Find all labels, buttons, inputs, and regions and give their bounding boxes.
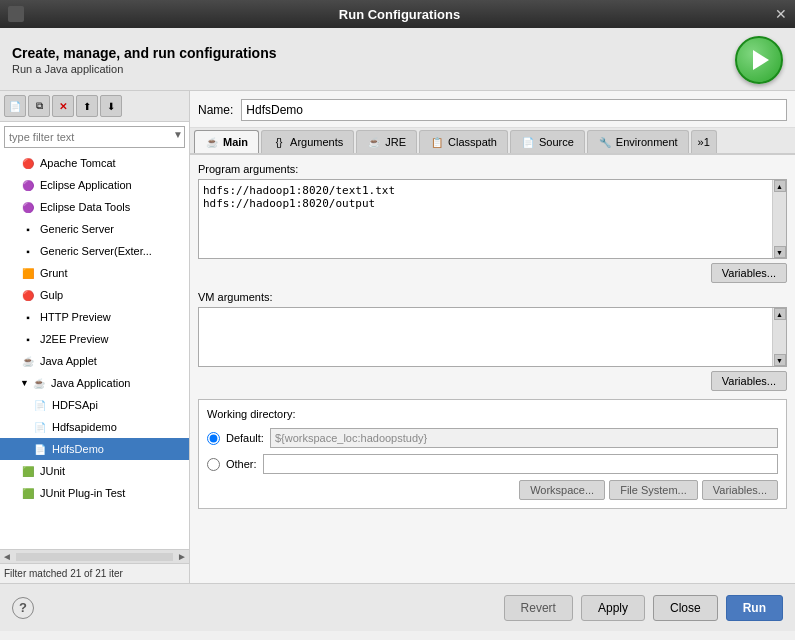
- sidebar-item-java-application[interactable]: ▼ ☕ Java Application: [0, 372, 189, 394]
- main-tab-icon: ☕: [205, 135, 219, 149]
- eclipse-data-icon: 🟣: [20, 199, 36, 215]
- sidebar-item-junit-plugin[interactable]: 🟩 JUnit Plug-in Test: [0, 482, 189, 504]
- jre-tab-icon: ☕: [367, 135, 381, 149]
- other-radio-label: Other:: [226, 458, 257, 470]
- tab-args-label: Arguments: [290, 136, 343, 148]
- sidebar-item-http-preview[interactable]: ▪ HTTP Preview: [0, 306, 189, 328]
- other-value-input[interactable]: [263, 454, 778, 474]
- sidebar-item-grunt[interactable]: 🟧 Grunt: [0, 262, 189, 284]
- tab-more-label: »1: [698, 136, 710, 148]
- sidebar-item-junit[interactable]: 🟩 JUnit: [0, 460, 189, 482]
- tab-environment[interactable]: 🔧 Environment: [587, 130, 689, 153]
- help-icon[interactable]: ?: [12, 597, 34, 619]
- sidebar-item-java-applet[interactable]: ☕ Java Applet: [0, 350, 189, 372]
- sidebar-item-gulp[interactable]: 🔴 Gulp: [0, 284, 189, 306]
- variables-button-1[interactable]: Variables...: [711, 263, 787, 283]
- sidebar-item-j2ee-preview[interactable]: ▪ J2EE Preview: [0, 328, 189, 350]
- export-config-button[interactable]: ⬆: [76, 95, 98, 117]
- classpath-tab-icon: 📋: [430, 135, 444, 149]
- vm-scrollbar-up-icon[interactable]: ▲: [774, 308, 786, 320]
- sidebar-scrollbar-h[interactable]: ◄ ►: [0, 549, 189, 563]
- revert-button[interactable]: Revert: [504, 595, 573, 621]
- default-radio[interactable]: [207, 432, 220, 445]
- new-config-button[interactable]: 📄: [4, 95, 26, 117]
- variables-row-1: Variables...: [198, 263, 787, 283]
- window-title: Run Configurations: [24, 7, 775, 22]
- scrollbar-up-icon[interactable]: ▲: [774, 180, 786, 192]
- config-area: Program arguments: ▲ ▼ Variables... VM a…: [190, 155, 795, 583]
- program-args-wrapper: ▲ ▼: [198, 179, 787, 259]
- hdfsapi-icon: 📄: [32, 397, 48, 413]
- hdfsdemo-icon: 📄: [32, 441, 48, 457]
- filter-count-label: Filter matched 21 of 21 iter: [4, 568, 123, 579]
- vm-args-scrollbar[interactable]: ▲ ▼: [772, 308, 786, 366]
- sidebar-item-eclipse-data[interactable]: 🟣 Eclipse Data Tools: [0, 196, 189, 218]
- sidebar-item-hdfsapidemo[interactable]: 📄 Hdfsapidemo: [0, 416, 189, 438]
- tab-jre[interactable]: ☕ JRE: [356, 130, 417, 153]
- name-input[interactable]: [241, 99, 787, 121]
- tab-arguments[interactable]: {} Arguments: [261, 130, 354, 153]
- sidebar-item-label: HTTP Preview: [40, 311, 111, 323]
- program-args-scrollbar[interactable]: ▲ ▼: [772, 180, 786, 258]
- other-radio[interactable]: [207, 458, 220, 471]
- tab-source[interactable]: 📄 Source: [510, 130, 585, 153]
- sidebar-item-apache-tomcat[interactable]: 🔴 Apache Tomcat: [0, 152, 189, 174]
- args-tab-icon: {}: [272, 135, 286, 149]
- filter-box: ▼: [4, 126, 185, 148]
- filter-arrow-icon[interactable]: ▼: [173, 129, 183, 140]
- header-title: Create, manage, and run configurations: [12, 45, 277, 61]
- tab-source-label: Source: [539, 136, 574, 148]
- variables-row-2: Variables...: [198, 371, 787, 391]
- tab-main[interactable]: ☕ Main: [194, 130, 259, 153]
- sidebar-item-label: Eclipse Data Tools: [40, 201, 130, 213]
- filesystem-button[interactable]: File System...: [609, 480, 698, 500]
- bottom-right: Revert Apply Close Run: [504, 595, 783, 621]
- sidebar-item-label: Java Application: [51, 377, 131, 389]
- tab-more[interactable]: »1: [691, 130, 717, 153]
- java-applet-icon: ☕: [20, 353, 36, 369]
- http-icon: ▪: [20, 309, 36, 325]
- duplicate-config-button[interactable]: ⧉: [28, 95, 50, 117]
- sidebar-list: 🔴 Apache Tomcat 🟣 Eclipse Application 🟣 …: [0, 152, 189, 549]
- vm-scrollbar-down-icon[interactable]: ▼: [774, 354, 786, 366]
- working-dir-title: Working directory:: [207, 408, 778, 420]
- title-bar: Run Configurations ✕: [0, 0, 795, 28]
- variables-button-2[interactable]: Variables...: [711, 371, 787, 391]
- apply-button[interactable]: Apply: [581, 595, 645, 621]
- junit-plugin-icon: 🟩: [20, 485, 36, 501]
- program-args-textarea[interactable]: [199, 180, 770, 255]
- sidebar-item-generic-server-ext[interactable]: ▪ Generic Server(Exter...: [0, 240, 189, 262]
- variables-button-3[interactable]: Variables...: [702, 480, 778, 500]
- sidebar-item-label: Grunt: [40, 267, 68, 279]
- right-panel: Name: ☕ Main {} Arguments ☕ JRE 📋 Classp…: [190, 91, 795, 583]
- filter-input[interactable]: [4, 126, 185, 148]
- header-text: Create, manage, and run configurations R…: [12, 45, 277, 75]
- expand-arrow-icon: ▼: [20, 378, 29, 388]
- sidebar-item-label: J2EE Preview: [40, 333, 108, 345]
- sidebar-item-hdfsdemo[interactable]: 📄 HdfsDemo: [0, 438, 189, 460]
- source-tab-icon: 📄: [521, 135, 535, 149]
- sidebar-item-eclipse-app[interactable]: 🟣 Eclipse Application: [0, 174, 189, 196]
- scrollbar-track: [773, 192, 786, 246]
- vm-args-textarea[interactable]: [199, 308, 770, 363]
- sidebar-item-hdfsapi[interactable]: 📄 HDFSApi: [0, 394, 189, 416]
- sidebar-toolbar: 📄 ⧉ ✕ ⬆ ⬇: [0, 91, 189, 122]
- other-radio-row: Other:: [207, 454, 778, 474]
- workspace-button[interactable]: Workspace...: [519, 480, 605, 500]
- sidebar-item-label: HdfsDemo: [52, 443, 104, 455]
- run-button[interactable]: Run: [726, 595, 783, 621]
- close-icon[interactable]: ✕: [775, 6, 787, 22]
- sidebar: 📄 ⧉ ✕ ⬆ ⬇ ▼ 🔴 Apache Tomcat 🟣 Eclipse Ap…: [0, 91, 190, 583]
- tabs-row: ☕ Main {} Arguments ☕ JRE 📋 Classpath 📄 …: [190, 128, 795, 155]
- sidebar-item-label: Eclipse Application: [40, 179, 132, 191]
- scrollbar-down-icon[interactable]: ▼: [774, 246, 786, 258]
- run-button-big[interactable]: [735, 36, 783, 84]
- import-config-button[interactable]: ⬇: [100, 95, 122, 117]
- tomcat-icon: 🔴: [20, 155, 36, 171]
- sidebar-item-label: Hdfsapidemo: [52, 421, 117, 433]
- delete-config-button[interactable]: ✕: [52, 95, 74, 117]
- close-button[interactable]: Close: [653, 595, 718, 621]
- sidebar-item-generic-server[interactable]: ▪ Generic Server: [0, 218, 189, 240]
- gulp-icon: 🔴: [20, 287, 36, 303]
- tab-classpath[interactable]: 📋 Classpath: [419, 130, 508, 153]
